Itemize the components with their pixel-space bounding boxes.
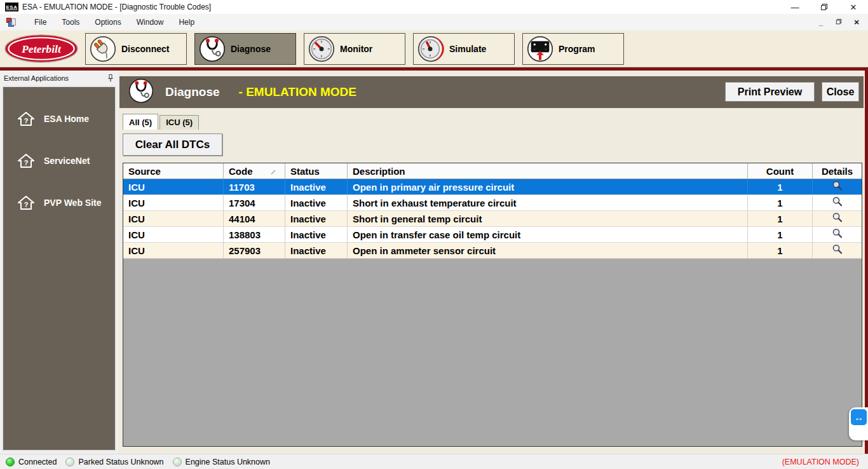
menu-item-options[interactable]: Options [87,15,128,29]
peterbilt-logo: Peterbilt [4,34,79,64]
toolbar-button-label: Disconnect [121,44,169,54]
restore-icon [820,3,828,11]
menu-item-tools[interactable]: Tools [54,15,87,29]
cell-status: Inactive [285,211,348,226]
status-item-label: Connected [18,458,57,466]
sidebar-body: ?ESA Home?ServiceNet?PVP Web Site [2,86,116,451]
toolbar-button-label: Monitor [340,44,372,54]
disconnect-plug-icon [90,36,116,62]
cell-source: ICU [123,227,224,242]
cell-description: Open in transfer case oil temp circuit [348,227,748,242]
toolbar-button-diagnose[interactable]: Diagnose [194,33,296,65]
column-header-code[interactable]: Code [224,163,285,179]
column-header-label: Code [229,166,253,177]
sidebar-item-servicenet[interactable]: ?ServiceNet [3,153,115,168]
monitor-gauge-icon [308,36,335,62]
dtc-table: SourceCodeStatusDescriptionCountDetails … [123,163,862,447]
simulate-gauge-icon [417,36,444,62]
mdi-close-button[interactable]: ✕ [851,18,862,27]
workspace: External Applications ?ESA Home?ServiceN… [0,71,868,454]
cell-code: 17304 [224,195,285,210]
main-toolbar: Peterbilt DisconnectDiagnoseMonitorSimul… [0,31,868,67]
table-row[interactable]: ICU257903InactiveOpen in ammeter sensor … [123,243,862,259]
horizontal-arrows-icon[interactable]: ↔ [851,409,867,425]
details-magnifier-icon[interactable] [832,180,843,194]
toolbar-button-label: Diagnose [231,44,271,54]
column-header-status[interactable]: Status [285,163,348,179]
cell-status: Inactive [285,179,348,194]
cell-count: 1 [748,243,813,258]
remote-access-edge-tab[interactable]: ↔ [849,407,868,440]
sidebar-header: External Applications [0,71,118,86]
home-icon: ? [17,111,35,126]
table-row[interactable]: ICU138803InactiveOpen in transfer case o… [123,227,862,243]
menu-item-file[interactable]: File [27,15,54,29]
cell-details [813,195,862,210]
table-row[interactable]: ICU11703InactiveOpen in primary air pres… [123,179,862,195]
sidebar-item-label: ESA Home [44,114,89,124]
home-icon: ? [17,153,35,168]
sidebar-item-label: PVP Web Site [44,198,102,208]
cell-code: 44104 [224,211,285,226]
cell-status: Inactive [285,195,348,210]
program-ecu-icon [527,36,553,62]
column-header-label: Status [290,166,320,177]
details-magnifier-icon[interactable] [832,196,843,210]
tab-all-5[interactable]: All (5) [123,114,158,130]
toolbar-button-monitor[interactable]: Monitor [304,33,405,65]
table-row[interactable]: ICU17304InactiveShort in exhaust tempera… [123,195,862,211]
print-preview-button[interactable]: Print Preview [725,82,815,102]
cell-code: 11703 [224,179,285,194]
cell-details [813,243,862,258]
window-title: ESA - EMULATION MODE - [Diagnostic Troub… [22,3,211,11]
column-header-label: Details [822,166,853,177]
sidebar-item-pvp-web-site[interactable]: ?PVP Web Site [3,195,115,210]
column-header-details[interactable]: Details [813,163,862,179]
menu-item-window[interactable]: Window [129,15,172,29]
column-header-source[interactable]: Source [123,163,224,179]
cell-details [813,227,862,242]
cell-code: 138803 [224,227,285,242]
mdi-minimize-button[interactable]: _ [816,18,826,26]
clear-all-dtcs-button[interactable]: Clear All DTCs [123,133,222,156]
sidebar-item-esa-home[interactable]: ?ESA Home [3,111,115,126]
diagnose-view: Diagnose - EMULATION MODE Print Preview … [118,71,868,454]
toolbar-button-disconnect[interactable]: Disconnect [85,33,187,65]
tab-icu-5[interactable]: ICU (5) [159,115,199,130]
emulation-mode-label: - EMULATION MODE [239,85,356,99]
restore-button[interactable] [810,0,839,14]
external-applications-panel: External Applications ?ESA Home?ServiceN… [0,71,118,454]
table-row[interactable]: ICU44104InactiveShort in general temp ci… [123,211,862,227]
cell-source: ICU [123,243,224,258]
svg-text:?: ? [24,159,29,167]
pin-icon[interactable] [107,74,114,83]
cell-description: Short in exhaust temperature circuit [348,195,748,210]
column-header-count[interactable]: Count [748,163,813,179]
status-item-connected: Connected [3,458,63,466]
cell-description: Open in primary air pressure circuit [348,179,748,194]
cell-details [813,179,862,194]
mdi-restore-button[interactable] [834,18,844,26]
details-magnifier-icon[interactable] [832,228,843,241]
toolbar-button-simulate[interactable]: Simulate [413,33,515,65]
details-magnifier-icon[interactable] [832,244,843,257]
table-header-row: SourceCodeStatusDescriptionCountDetails [123,163,862,179]
close-view-button[interactable]: Close [822,82,859,102]
details-magnifier-icon[interactable] [832,212,843,226]
menu-item-help[interactable]: Help [171,15,202,29]
sidebar-item-label: ServiceNet [44,156,90,166]
page-title: Diagnose [165,85,220,99]
status-bar: ConnectedParked Status UnknownEngine Sta… [0,454,868,469]
svg-text:?: ? [24,117,29,125]
minimize-button[interactable]: — [780,0,810,14]
cell-description: Short in general temp circuit [348,211,748,226]
column-header-description[interactable]: Description [348,163,748,179]
cell-details [813,211,862,226]
toolbar-button-label: Simulate [449,44,486,54]
form-icon [6,18,17,27]
toolbar-button-program[interactable]: Program [522,33,624,65]
close-button[interactable]: ✕ [839,0,868,14]
esa-app-icon: ESA [5,3,18,11]
pale-led-icon [65,458,74,466]
pale-led-icon [173,458,182,466]
